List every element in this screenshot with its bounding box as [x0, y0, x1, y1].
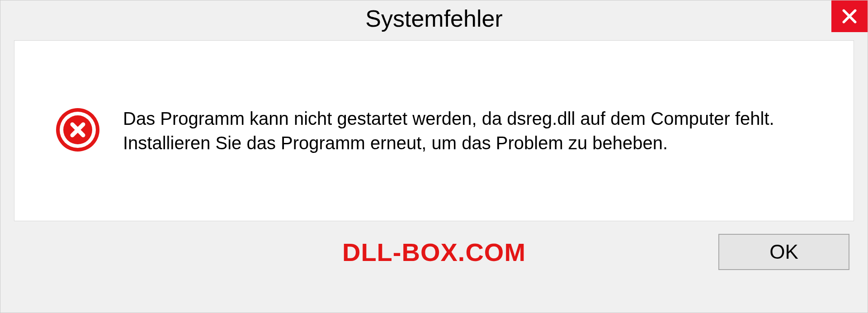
message-panel: Das Programm kann nicht gestartet werden…	[14, 40, 854, 221]
close-button[interactable]	[831, 0, 868, 32]
dialog-footer: DLL-BOX.COM OK	[0, 221, 868, 270]
error-icon	[55, 107, 100, 154]
ok-button[interactable]: OK	[718, 234, 849, 270]
error-message: Das Programm kann nicht gestartet werden…	[123, 106, 831, 155]
watermark-text: DLL-BOX.COM	[342, 237, 526, 267]
close-icon	[841, 8, 858, 25]
dialog-title: Systemfehler	[365, 5, 502, 32]
error-dialog: Systemfehler Das Programm kann nicht ges…	[0, 0, 868, 313]
title-bar: Systemfehler	[0, 0, 868, 37]
